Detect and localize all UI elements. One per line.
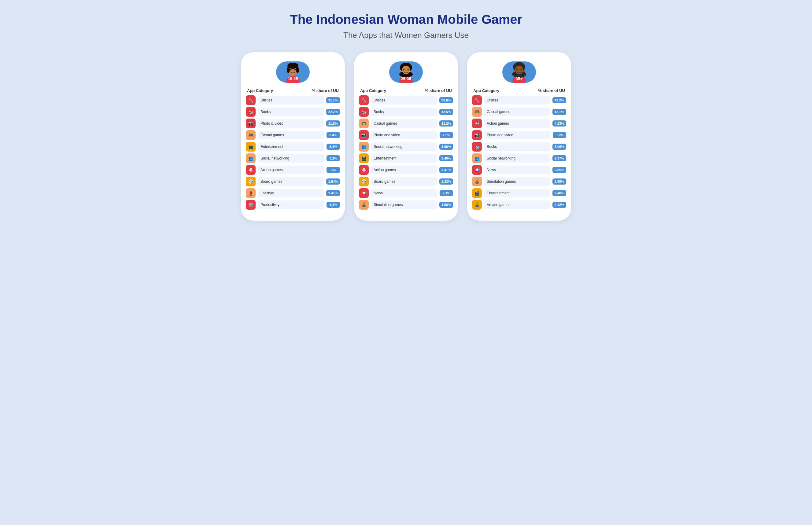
pct-badge-1-1: 12.5%: [439, 109, 453, 115]
category-label-1-1: Books: [371, 108, 437, 116]
category-label-2-7: Simulation games: [484, 177, 550, 186]
app-icon-1-4: 👥: [359, 142, 369, 152]
pct-badge-2-6: 2.85%: [552, 167, 566, 173]
data-row-2-2: 🎯Action games4.23%: [472, 119, 566, 128]
category-label-1-5: Entertainment: [371, 154, 437, 163]
page-title: The Indonesian Woman Mobile Gamer: [290, 12, 522, 27]
data-row-2-4: 📚Books3.06%: [472, 142, 566, 152]
app-icon-0-4: 🎬: [246, 142, 255, 152]
pct-badge-2-2: 4.23%: [552, 120, 566, 126]
data-row-0-6: 🎯Action games3%: [246, 165, 340, 175]
page-subtitle: The Apps that Women Gamers Use: [343, 31, 469, 40]
category-label-2-1: Casual games: [484, 108, 550, 116]
data-row-2-7: 🕹️Simulation games2.59%: [472, 177, 566, 186]
data-row-0-9: ⚙️Productivity1.4%: [246, 200, 340, 210]
col2-header-2: % share of UU: [538, 88, 565, 93]
category-label-1-3: Photo and video: [371, 131, 437, 139]
svg-point-4: [287, 67, 290, 73]
category-label-0-7: Board games: [258, 177, 324, 186]
pct-badge-2-8: 2.46%: [552, 190, 566, 196]
data-row-1-9: 🕹️Simulation games1.58%: [359, 200, 453, 210]
category-label-1-0: Utilities: [371, 96, 437, 105]
category-label-1-4: Social networking: [371, 142, 437, 151]
pct-badge-2-5: 2.97%: [552, 155, 566, 161]
app-icon-2-4: 📚: [472, 142, 482, 152]
data-row-1-4: 👥Social networking3.86%: [359, 142, 453, 152]
app-icon-0-7: 🎲: [246, 177, 255, 186]
data-row-2-3: 📷Photo and video3.2%: [472, 130, 566, 140]
col1-header-1: App Category: [360, 88, 386, 93]
category-label-1-2: Casual games: [371, 119, 437, 128]
app-icon-0-9: ⚙️: [246, 200, 255, 210]
app-icon-0-0: 🔧: [246, 95, 255, 105]
app-icon-2-8: 🎬: [472, 188, 482, 198]
app-icon-2-5: 👥: [472, 153, 482, 163]
category-label-1-9: Simulation games: [371, 200, 437, 209]
data-row-0-5: 👥Social networking3.2%: [246, 153, 340, 163]
data-row-0-0: 🔧Utilities31.7%: [246, 95, 340, 105]
app-icon-2-6: 📢: [472, 165, 482, 175]
pct-badge-1-0: 38.6%: [439, 97, 453, 103]
pct-badge-2-4: 3.06%: [552, 144, 566, 150]
svg-point-6: [290, 69, 292, 71]
data-row-2-9: 🕹️Arcade games2.12%: [472, 200, 566, 210]
app-icon-2-1: 🎮: [472, 107, 482, 117]
pct-badge-1-5: 3.49%: [439, 155, 453, 161]
pct-badge-1-6: 3.41%: [439, 167, 453, 173]
pct-badge-1-4: 3.86%: [439, 144, 453, 150]
data-row-2-8: 🎬Entertainment2.46%: [472, 188, 566, 198]
app-icon-1-8: 📢: [359, 188, 369, 198]
col2-header-0: % share of UU: [312, 88, 339, 93]
data-row-0-4: 🎬Entertainment3.4%: [246, 142, 340, 152]
pct-badge-2-7: 2.59%: [552, 178, 566, 184]
svg-point-14: [403, 69, 405, 71]
category-label-2-6: News: [484, 166, 550, 174]
data-row-1-6: 🎯Action games3.41%: [359, 165, 453, 175]
data-row-2-1: 🎮Casual games13.1%: [472, 107, 566, 117]
data-row-2-5: 👥Social networking2.97%: [472, 153, 566, 163]
data-row-0-3: 🎮Casual games8.4%: [246, 130, 340, 140]
pct-badge-1-7: 2.23%: [439, 178, 453, 184]
avatar-area-0: 18-25: [246, 61, 340, 83]
data-row-1-3: 📷Photo and video7.5%: [359, 130, 453, 140]
category-label-0-8: Lifestyle: [258, 189, 324, 197]
col1-header-2: App Category: [473, 88, 499, 93]
pct-badge-2-1: 13.1%: [552, 109, 566, 115]
category-label-0-9: Productivity: [258, 200, 324, 209]
data-row-2-0: 🔧Utilities49.2%: [472, 95, 566, 105]
category-label-2-4: Books: [484, 142, 550, 151]
phone-card-1: 25-35App Category% share of UU🔧Utilities…: [354, 52, 458, 221]
data-row-0-2: 📷Photo & video11.8%: [246, 119, 340, 128]
category-label-0-3: Casual games: [258, 131, 324, 139]
pct-badge-1-2: 11.2%: [439, 120, 453, 126]
data-row-0-8: 💄Lifestyle1.41%: [246, 188, 340, 198]
age-label-0: 18-25: [288, 76, 298, 81]
svg-point-7: [294, 69, 296, 71]
app-icon-1-3: 📷: [359, 130, 369, 140]
col2-header-1: % share of UU: [425, 88, 452, 93]
pct-badge-0-7: 1.54%: [326, 178, 340, 184]
category-label-2-8: Entertainment: [484, 189, 550, 197]
phone-card-2: 35+App Category% share of UU🔧Utilities49…: [467, 52, 571, 221]
data-row-1-2: 🎮Casual games11.2%: [359, 119, 453, 128]
app-icon-2-3: 📷: [472, 130, 482, 140]
app-icon-0-6: 🎯: [246, 165, 255, 175]
app-icon-1-2: 🎮: [359, 119, 369, 128]
pct-badge-0-3: 8.4%: [326, 132, 340, 138]
pct-badge-0-6: 3%: [326, 167, 340, 173]
pct-badge-2-3: 3.2%: [553, 132, 566, 138]
app-icon-0-2: 📷: [246, 119, 255, 128]
category-label-0-6: Action games: [258, 166, 324, 174]
pct-badge-0-8: 1.41%: [326, 190, 340, 196]
app-icon-1-1: 📚: [359, 107, 369, 117]
pct-badge-0-5: 3.2%: [326, 155, 340, 161]
category-label-1-7: Board games: [371, 177, 437, 186]
app-icon-2-7: 🕹️: [472, 177, 482, 186]
data-row-0-1: 📚Books22.2%: [246, 107, 340, 117]
data-row-0-7: 🎲Board games1.54%: [246, 177, 340, 186]
pct-badge-2-0: 49.2%: [552, 97, 566, 103]
pct-badge-0-2: 11.8%: [326, 120, 340, 126]
category-label-0-1: Books: [258, 108, 324, 116]
data-row-1-0: 🔧Utilities38.6%: [359, 95, 453, 105]
category-label-2-5: Social networking: [484, 154, 550, 163]
